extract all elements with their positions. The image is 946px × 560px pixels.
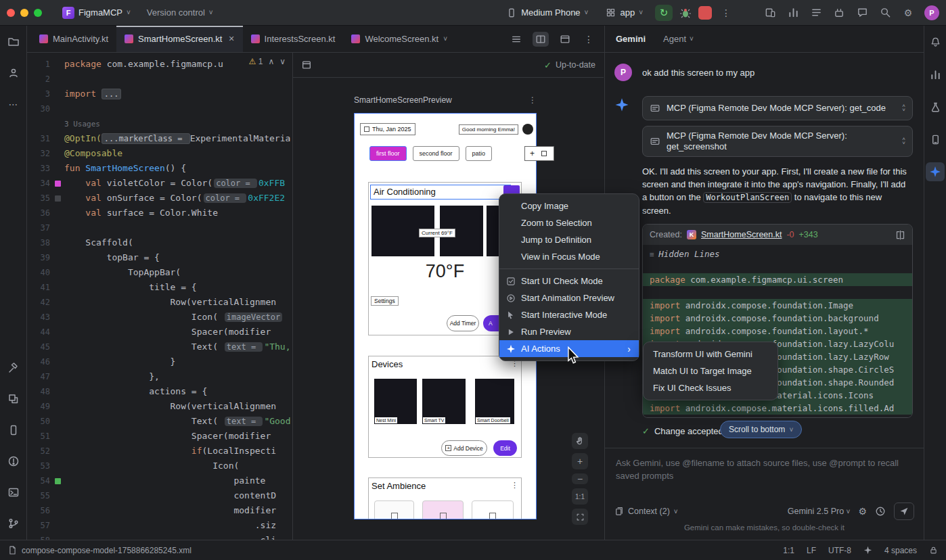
settings-gear-icon[interactable]: ⚙ [901, 6, 915, 20]
stop-button[interactable] [698, 6, 712, 20]
edit-button[interactable]: Edit [493, 440, 517, 456]
structure-icon[interactable] [809, 6, 823, 20]
tab-welcomescreen[interactable]: WelcomeScreen.kt ˅ [343, 26, 455, 52]
view-code-icon[interactable] [508, 32, 524, 47]
menu-item-start-interactive-mode[interactable]: Start Interactive Mode [499, 306, 639, 323]
preview-options-icon[interactable]: ⋮ [528, 95, 537, 105]
zoom-in-button[interactable]: + [572, 453, 588, 469]
preview-frame-icon[interactable] [301, 60, 312, 70]
inspections-widget[interactable]: ⚠ 1 ∧ ∨ [249, 57, 286, 66]
more-actions-icon[interactable]: ⋮ [719, 7, 734, 18]
line-ending[interactable]: LF [807, 546, 816, 555]
kebab-icon[interactable]: ⋮ [511, 481, 518, 490]
menu-item-view-in-focus-mode[interactable]: View in Focus Mode [499, 248, 639, 265]
version-control-menu[interactable]: Version control ˅ [141, 5, 219, 20]
plugins-icon[interactable] [832, 6, 846, 20]
prev-problem-icon[interactable]: ∧ [268, 57, 274, 66]
device-selector[interactable]: Medium Phone ˅ [501, 5, 593, 21]
submenu-item-fix-ui-check-issues[interactable]: Fix UI Check Issues [644, 379, 778, 396]
caret-position[interactable]: 1:1 [783, 546, 794, 555]
ambience-tile[interactable] [472, 500, 514, 519]
submenu-item-match-ui-to-target-image[interactable]: Match UI to Target Image [644, 363, 778, 379]
minimize-window-button[interactable] [20, 9, 28, 17]
menu-item-zoom-to-selection[interactable]: Zoom to Selection [499, 214, 639, 231]
diff-icon[interactable] [895, 230, 905, 240]
tab-smarthomescreen[interactable]: SmartHomeScreen.kt ✕ [116, 26, 242, 52]
device-mirroring-icon[interactable] [763, 6, 777, 20]
file-encoding[interactable]: UTF-8 [828, 546, 851, 555]
run-config-selector[interactable]: app ˅ [600, 5, 648, 20]
device-tile[interactable]: Nest Mini [374, 379, 417, 424]
add-timer-button[interactable]: Add Timer [447, 315, 479, 331]
tab-interestsscreen[interactable]: InterestsScreen.kt [243, 26, 344, 52]
zoom-fit-button[interactable] [572, 509, 588, 525]
scroll-to-bottom-button[interactable]: Scroll to bottom ˅ [720, 421, 802, 438]
menu-item-run-preview[interactable]: Run Preview [499, 323, 639, 340]
history-icon[interactable] [875, 506, 886, 517]
device-tile[interactable]: Smart Doorbell [475, 379, 514, 424]
project-tool-button[interactable] [4, 32, 23, 51]
next-problem-icon[interactable]: ∨ [279, 57, 286, 66]
ai-spark-icon[interactable] [863, 546, 872, 555]
menu-item-copy-image[interactable]: Copy Image [499, 197, 639, 214]
maximize-window-button[interactable] [34, 9, 42, 17]
submenu-item-transform-ui-with-gemini[interactable]: Transform UI with Gemini [644, 346, 778, 363]
floor-tab-first[interactable]: first floor [369, 146, 407, 161]
lock-icon[interactable] [929, 546, 938, 555]
add-device-button[interactable]: +Add Device [441, 440, 487, 456]
project-menu[interactable]: F FigmaMCP ˅ [57, 4, 136, 22]
add-floor-chip-selected[interactable]: + [524, 146, 554, 161]
floor-tab-second[interactable]: second floor [413, 146, 459, 161]
search-icon[interactable] [878, 6, 892, 20]
more-tools-button[interactable]: ⋯ [4, 95, 23, 114]
selection-handle[interactable] [541, 151, 547, 156]
ambience-tile[interactable] [422, 500, 464, 519]
commit-tool-button[interactable] [4, 64, 23, 83]
profiler-tool-button[interactable] [926, 65, 945, 84]
menu-item-start-animation-preview[interactable]: Start Animation Preview [499, 289, 639, 306]
debug-button[interactable] [679, 7, 692, 19]
tab-gemini[interactable]: Gemini [616, 34, 646, 44]
indent-setting[interactable]: 4 spaces [884, 546, 917, 555]
running-devices-button[interactable] [926, 130, 945, 149]
editor-options-icon[interactable]: ⋮ [581, 34, 596, 45]
settings-label[interactable]: Settings [371, 296, 399, 306]
ambience-tile[interactable] [374, 500, 414, 519]
agent-dropdown[interactable]: Agent ˅ [663, 34, 694, 44]
profiler-icon[interactable] [786, 6, 800, 20]
context-selector[interactable]: Context (2) ˅ [614, 507, 678, 516]
assistant-chat-icon[interactable] [855, 6, 869, 20]
menu-item-jump-to-definition[interactable]: Jump to Definition [499, 231, 639, 248]
created-file-link[interactable]: SmartHomeScreen.kt [701, 230, 782, 239]
tool-call-card[interactable]: MCP (Figma Remote Dev Mode MCP Server): … [642, 96, 913, 120]
chat-settings-gear-icon[interactable]: ⚙ [858, 506, 867, 517]
send-button[interactable] [894, 503, 914, 520]
menu-item-start-ui-check-mode[interactable]: Start UI Check Mode [499, 273, 639, 289]
user-avatar[interactable]: P [924, 5, 939, 20]
zoom-out-button[interactable]: − [572, 473, 588, 484]
view-design-icon[interactable] [557, 32, 573, 47]
code-editor[interactable]: 1package com.example.figmamcp.u23import … [27, 53, 293, 540]
view-split-icon[interactable] [533, 32, 549, 47]
chat-input[interactable]: Ask Gemini, use @filename to attach sour… [605, 448, 924, 499]
status-file-name[interactable]: compose-compose-model-1758866285245.xml [22, 546, 192, 555]
chevron-down-icon[interactable]: ˅ [443, 35, 447, 43]
close-window-button[interactable] [7, 9, 15, 17]
build-tool-button[interactable] [4, 358, 23, 377]
problems-tool-button[interactable] [4, 452, 23, 471]
expand-icon[interactable]: ˄˅ [902, 104, 905, 112]
rerun-button[interactable]: ↻ [655, 5, 673, 21]
notifications-bell-button[interactable] [926, 32, 945, 51]
terminal-tool-button[interactable] [4, 483, 23, 502]
floor-tab-patio[interactable]: patio [466, 146, 493, 161]
close-icon[interactable]: ✕ [228, 34, 234, 43]
zoom-actual-button[interactable]: 1:1 [572, 488, 588, 505]
device-manager-button[interactable] [4, 421, 23, 440]
tab-mainactivity[interactable]: MainActivity.kt [31, 26, 116, 52]
version-control-tool-button[interactable] [4, 514, 23, 533]
pan-tool-button[interactable] [572, 433, 588, 449]
insights-tool-button[interactable] [926, 97, 945, 116]
expand-icon[interactable]: ˄˅ [902, 137, 905, 145]
services-tool-button[interactable] [4, 390, 23, 409]
tool-call-card[interactable]: MCP (Figma Remote Dev Mode MCP Server): … [642, 126, 913, 157]
